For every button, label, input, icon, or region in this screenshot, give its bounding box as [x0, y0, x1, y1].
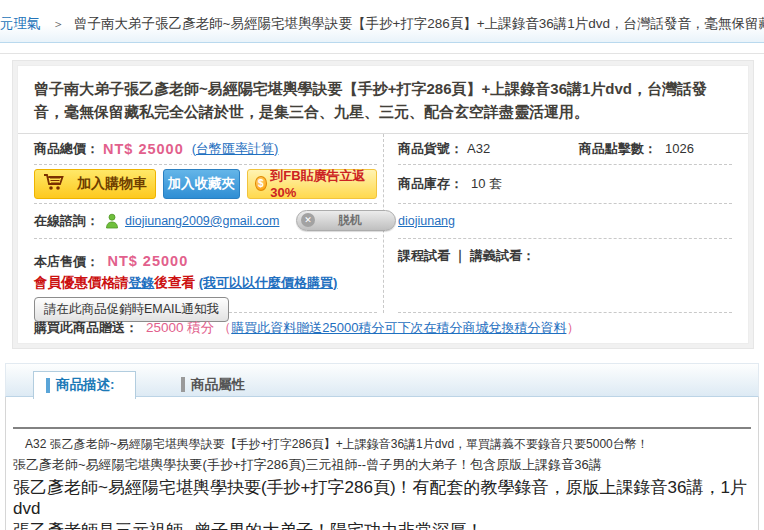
member-price-question-link[interactable]: (我可以以什麼價格購買) — [199, 275, 338, 290]
breadcrumb-separator: ＞ — [52, 17, 64, 31]
add-to-cart-button[interactable]: 加入購物車 — [34, 169, 156, 199]
offline-status-label: 脱机 — [315, 212, 395, 229]
consult-id-link[interactable]: diojiunang — [398, 214, 455, 228]
total-price-value: NT$ 25000 — [103, 141, 184, 157]
description-line: 張乙彥老師~易經陽宅堪輿學抉要(手抄+打字286頁)！有配套的教學錄音，原版上課… — [13, 477, 753, 520]
divider — [0, 53, 764, 54]
preview-label: 課程試看 ｜ 講義試看： — [398, 247, 535, 265]
bonus-points-value: 25000 積分 — [146, 319, 214, 337]
bonus-label: 購買此商品贈送： — [34, 319, 138, 337]
member-price-prefix: 會員優惠價格請 — [34, 275, 129, 290]
breadcrumb: 元理氣 ＞ 曾子南大弟子張乙彥老師~易經陽宅堪輿學訣要【手抄+打字286頁】+上… — [0, 4, 764, 43]
sku-value: A32 — [467, 141, 490, 156]
offline-status-badge[interactable]: ✕ 脱机 — [296, 210, 396, 231]
shop-price-label: 本店售價： — [34, 254, 99, 269]
tab-attributes[interactable]: 商品屬性 — [181, 376, 245, 394]
coin-icon: $ — [255, 176, 268, 191]
exchange-rate-link[interactable]: (台幣匯率計算) — [192, 140, 279, 158]
add-to-favorites-button[interactable]: 加入收藏夾 — [163, 169, 240, 199]
cart-icon — [43, 173, 65, 194]
bonus-paren-close: ） — [566, 319, 579, 337]
stock-label: 商品庫存： — [398, 175, 463, 193]
add-to-cart-label: 加入購物車 — [77, 175, 147, 193]
bonus-info-link[interactable]: 購買此資料贈送25000積分可下次在積分商城兌換積分資料 — [231, 319, 566, 337]
fb-promo-button[interactable]: $ 到FB貼廣告立返30% — [247, 169, 377, 199]
shop-price-value: NT$ 25000 — [107, 253, 188, 269]
add-to-favorites-label: 加入收藏夾 — [167, 175, 235, 193]
person-online-icon — [104, 213, 120, 229]
tab-marker-icon — [181, 377, 185, 392]
tab-marker-icon — [46, 378, 50, 393]
clicks-value: 1026 — [665, 141, 694, 156]
bonus-paren-open: （ — [218, 319, 231, 337]
sku-label: 商品貨號： — [398, 140, 463, 158]
divider — [13, 427, 751, 429]
total-price-label: 商品總價： — [34, 140, 99, 158]
tab-description[interactable]: 商品描述: — [33, 371, 136, 399]
fb-promo-label: 到FB貼廣告立返30% — [270, 167, 369, 200]
tab-attributes-label: 商品屬性 — [191, 376, 245, 394]
description-line: 張乙彥老師~易經陽宅堪輿學抉要(手抄+打字286頁)三元祖師--曾子男的大弟子！… — [13, 456, 753, 474]
description-line: 張乙彥老師是三元祖師--曾子男的大弟子！陽宅功力非常深厚！ — [13, 520, 753, 530]
stock-value: 10 套 — [471, 175, 502, 193]
product-info-panel: 曾子南大弟子張乙彥老師~易經陽宅堪輿學訣要【手抄+打字286頁】+上課錄音36講… — [12, 60, 754, 349]
consult-label: 在線諮詢： — [34, 212, 99, 230]
product-tabs-section: 商品描述: 商品屬性 A32 張乙彥老師~易經陽宅堪輿學訣要【手抄+打字286頁… — [5, 363, 759, 530]
member-price-suffix: 後查看 — [155, 275, 196, 290]
offline-x-icon: ✕ — [301, 213, 315, 227]
breadcrumb-category-link[interactable]: 元理氣 — [0, 16, 41, 31]
consult-email-link[interactable]: diojiunang2009@gmail.com — [125, 214, 279, 228]
login-link[interactable]: 登錄 — [129, 275, 155, 290]
tab-strip: 商品描述: 商品屬性 — [5, 363, 759, 397]
description-line: A32 張乙彥老師~易經陽宅堪輿學訣要【手抄+打字286頁】+上課錄音36講1片… — [25, 436, 753, 453]
breadcrumb-current: 曾子南大弟子張乙彥老師~易經陽宅堪輿學訣要【手抄+打字286頁】+上課錄音36講… — [74, 16, 764, 31]
tab-description-label: 商品描述: — [56, 376, 115, 394]
clicks-label: 商品點擊數： — [579, 141, 657, 156]
description-panel: A32 張乙彥老師~易經陽宅堪輿學訣要【手抄+打字286頁】+上課錄音36講1片… — [5, 397, 759, 530]
product-title: 曾子南大弟子張乙彥老師~易經陽宅堪輿學訣要【手抄+打字286頁】+上課錄音36講… — [34, 77, 732, 124]
